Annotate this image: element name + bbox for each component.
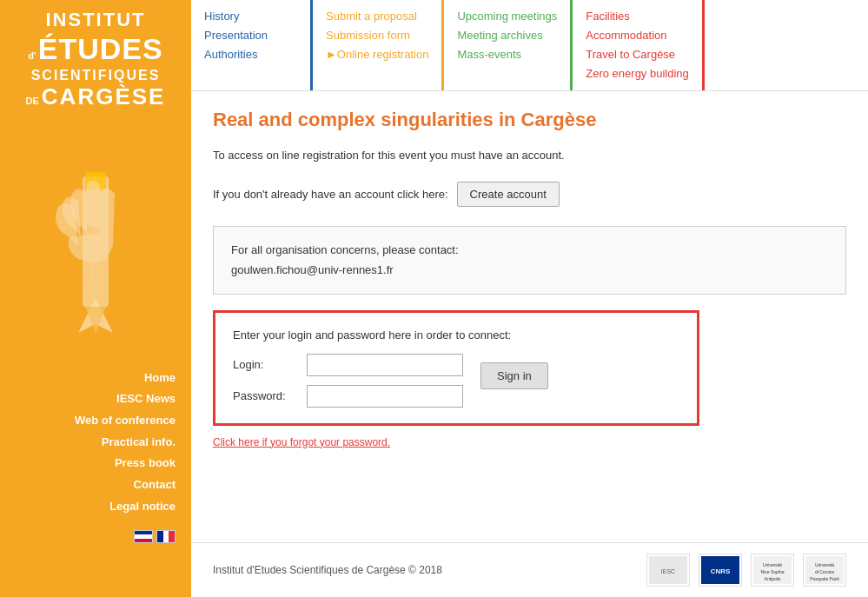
- sidebar-item-legal-notice[interactable]: Legal notice: [0, 496, 176, 518]
- login-input[interactable]: [307, 354, 463, 376]
- login-form: Login: Password: Sign in: [233, 354, 679, 408]
- nav-section-facilities: Facilities Accommodation Travel to Cargè…: [573, 0, 705, 90]
- login-row: Login:: [233, 354, 463, 376]
- sidebar-nav: Home IESC News Web of conference Practic…: [0, 368, 191, 518]
- svg-text:Nice Sophia: Nice Sophia: [761, 569, 785, 574]
- sidebar-item-web-of-conference[interactable]: Web of conference: [0, 410, 176, 432]
- page-footer: Institut d'Etudes Scientifiques de Cargè…: [191, 542, 868, 597]
- page-body: Real and complex singularities in Cargès…: [191, 91, 868, 542]
- contact-line2: goulwen.fichou@univ-rennes1.fr: [231, 260, 828, 280]
- svg-text:di Corsica: di Corsica: [815, 569, 834, 574]
- signin-area: Sign in: [480, 354, 548, 389]
- flag-fr[interactable]: [156, 530, 176, 543]
- contact-box: For all organisation concerns, please co…: [213, 226, 846, 295]
- nav-mass-events[interactable]: Mass-events: [457, 45, 557, 64]
- svg-text:Université: Université: [763, 562, 782, 567]
- footer-logos: IESC CNRS Université Nice Sophia Antipol…: [646, 554, 846, 587]
- nav-section-submit: Submit a proposal Submission form ►Onlin…: [313, 0, 444, 90]
- account-prompt-text: If you don't already have an account cli…: [213, 188, 448, 201]
- cnrs-logo-icon: CNRS: [701, 556, 739, 584]
- footer-logo-univ-corsica: Università di Corsica Pasquale Paoli: [803, 554, 846, 587]
- pencil-icon: [26, 124, 165, 350]
- footer-text: Institut d'Etudes Scientifiques de Cargè…: [213, 564, 442, 576]
- nav-section-meetings: Upcoming meetings Meeting archives Mass-…: [444, 0, 573, 90]
- login-box-title: Enter your login and password here in or…: [233, 328, 679, 342]
- logo-line4: CARGÈSE: [42, 83, 166, 110]
- sidebar-item-press-book[interactable]: Press book: [0, 453, 176, 474]
- nav-zero-energy[interactable]: Zero energy building: [586, 64, 689, 83]
- nav-travel[interactable]: Travel to Cargèse: [586, 45, 689, 64]
- create-account-button[interactable]: Create account: [457, 182, 560, 207]
- logo-line1: INSTITUT: [9, 9, 182, 31]
- nav-authorities[interactable]: Authorities: [204, 45, 297, 64]
- forgot-password-link[interactable]: Click here if you forgot your password.: [213, 436, 390, 448]
- nav-submit-proposal[interactable]: Submit a proposal: [326, 7, 428, 26]
- sidebar-item-practical-info[interactable]: Practical info.: [0, 432, 176, 454]
- nav-meeting-archives[interactable]: Meeting archives: [457, 26, 557, 45]
- logo-line3: SCIENTIFIQUES: [9, 67, 182, 83]
- svg-text:Antipolis: Antipolis: [765, 576, 781, 581]
- nav-upcoming-meetings[interactable]: Upcoming meetings: [457, 7, 557, 26]
- signin-button[interactable]: Sign in: [480, 362, 548, 389]
- logo-line2: ÉTUDES: [38, 31, 163, 67]
- uns-logo-icon: Université Nice Sophia Antipolis: [753, 556, 792, 584]
- page-title: Real and complex singularities in Cargès…: [213, 109, 846, 131]
- password-row: Password:: [233, 385, 463, 408]
- top-nav: History Presentation Authorities Submit …: [191, 0, 868, 91]
- login-label: Login:: [233, 358, 298, 371]
- footer-logo-cnrs: CNRS: [699, 554, 742, 587]
- sidebar-logo: INSTITUT d' ÉTUDES SCIENTIFIQUES DE CARG…: [0, 0, 191, 116]
- footer-logo-uns: Université Nice Sophia Antipolis: [751, 554, 794, 587]
- contact-line1: For all organisation concerns, please co…: [231, 240, 828, 260]
- univ-corsica-logo-icon: Università di Corsica Pasquale Paoli: [805, 556, 844, 584]
- logo-prefix1: d': [28, 50, 36, 62]
- svg-text:Università: Università: [815, 562, 834, 567]
- svg-text:Pasquale Paoli: Pasquale Paoli: [810, 576, 838, 581]
- account-prompt-area: If you don't already have an account cli…: [213, 182, 846, 207]
- logo-prefix2: DE: [26, 96, 39, 107]
- nav-history[interactable]: History: [204, 7, 297, 26]
- sidebar-decoration: [17, 116, 174, 359]
- nav-submission-form[interactable]: Submission form: [326, 26, 428, 45]
- sidebar: INSTITUT d' ÉTUDES SCIENTIFIQUES DE CARG…: [0, 0, 191, 597]
- svg-text:IESC: IESC: [661, 568, 675, 574]
- iesc-logo-icon: IESC: [649, 556, 687, 584]
- sidebar-item-home[interactable]: Home: [0, 368, 176, 389]
- nav-online-registration[interactable]: ►Online registration: [326, 45, 428, 64]
- nav-facilities[interactable]: Facilities: [586, 7, 689, 26]
- nav-presentation[interactable]: Presentation: [204, 26, 297, 45]
- main-content: History Presentation Authorities Submit …: [191, 0, 868, 597]
- login-fields: Login: Password:: [233, 354, 463, 408]
- password-input[interactable]: [307, 385, 463, 408]
- language-flags: [134, 530, 191, 543]
- login-box: Enter your login and password here in or…: [213, 310, 699, 426]
- intro-text: To access on line registration for this …: [213, 147, 846, 164]
- flag-uk[interactable]: [134, 530, 153, 543]
- sidebar-item-contact[interactable]: Contact: [0, 474, 176, 496]
- svg-text:CNRS: CNRS: [711, 567, 731, 575]
- nav-accommodation[interactable]: Accommodation: [586, 26, 689, 45]
- nav-section-history: History Presentation Authorities: [191, 0, 313, 90]
- sidebar-item-iesc-news[interactable]: IESC News: [0, 388, 176, 410]
- password-label: Password:: [233, 389, 298, 402]
- footer-logo-iesc: IESC: [646, 554, 690, 587]
